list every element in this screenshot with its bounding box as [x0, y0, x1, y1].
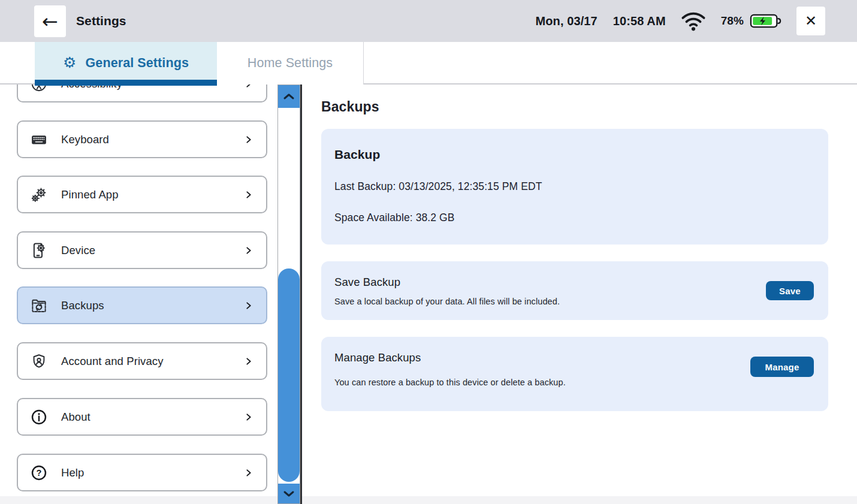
- gears-icon: [30, 186, 48, 204]
- tab-home-settings[interactable]: Home Settings: [217, 42, 364, 84]
- keyboard-icon: [30, 131, 48, 149]
- scroll-up-button[interactable]: [278, 85, 300, 108]
- sidebar-item-device[interactable]: Device: [17, 231, 267, 269]
- sidebar-item-keyboard[interactable]: Keyboard: [17, 120, 267, 158]
- save-backup-description: Save a local backup of your data. All fi…: [334, 297, 814, 306]
- save-backup-card: Save Backup Save a local backup of your …: [321, 261, 828, 320]
- status-cluster: Mon, 03/17 10:58 AM 78%: [536, 0, 825, 42]
- sidebar-item-pinned-app[interactable]: Pinned App: [17, 176, 267, 213]
- backup-info-card: Backup Last Backup: 03/13/2025, 12:35:15…: [321, 129, 828, 245]
- manage-button[interactable]: Manage: [750, 357, 814, 377]
- tab-label: General Settings: [86, 56, 189, 71]
- status-time: 10:58 AM: [613, 14, 666, 28]
- tab-label: Home Settings: [248, 56, 333, 71]
- gear-icon: ⚙: [63, 55, 77, 70]
- question-icon: ?: [30, 464, 48, 482]
- save-button[interactable]: Save: [766, 281, 814, 300]
- settings-sidebar: Accessibility Keyboard: [0, 84, 301, 504]
- chevron-right-icon: [243, 301, 254, 310]
- sidebar-item-label: About: [61, 411, 243, 424]
- sidebar-item-label: Help: [61, 466, 243, 479]
- backup-card-title: Backup: [334, 147, 814, 162]
- battery-icon: [750, 13, 782, 29]
- bottom-edge-strip: [0, 496, 857, 504]
- space-available-text: Space Available: 38.2 GB: [334, 212, 814, 224]
- sidebar-item-label: Keyboard: [61, 133, 243, 146]
- top-bar: ← Settings Mon, 03/17 10:58 AM 78%: [0, 0, 857, 42]
- chevron-right-icon: [243, 135, 254, 144]
- shield-user-icon: [30, 352, 48, 370]
- battery-group: 78%: [721, 13, 782, 29]
- chevron-right-icon: [243, 357, 254, 366]
- info-icon: [30, 408, 48, 426]
- sidebar-item-backups[interactable]: Backups: [17, 286, 267, 324]
- scrollbar-thumb[interactable]: [278, 268, 300, 482]
- sidebar-item-help[interactable]: ? Help: [17, 454, 267, 491]
- device-gear-icon: [30, 242, 48, 259]
- sidebar-item-label: Backups: [61, 299, 243, 312]
- save-backup-title: Save Backup: [334, 276, 814, 289]
- page-title: Settings: [76, 0, 126, 42]
- sidebar-scrollbar[interactable]: [277, 84, 300, 504]
- chevron-right-icon: [243, 468, 254, 478]
- pane-divider: [300, 84, 302, 504]
- backup-sync-icon: [30, 297, 48, 315]
- accessibility-icon: [30, 84, 48, 93]
- last-backup-text: Last Backup: 03/13/2025, 12:35:15 PM EDT: [334, 180, 814, 193]
- scroll-down-button[interactable]: [278, 484, 300, 503]
- chevron-right-icon: [243, 412, 254, 422]
- chevron-up-icon: [282, 92, 296, 101]
- sidebar-item-label: Account and Privacy: [61, 355, 243, 368]
- backups-panel: Backups Backup Last Backup: 03/13/2025, …: [302, 84, 857, 504]
- tab-bar: ⚙ General Settings Home Settings: [0, 42, 857, 84]
- manage-backups-description: You can restore a backup to this device …: [334, 378, 814, 387]
- svg-text:?: ?: [36, 468, 41, 478]
- chevron-down-icon: [282, 489, 296, 499]
- section-heading: Backups: [321, 99, 857, 115]
- back-button[interactable]: ←: [34, 5, 66, 37]
- manage-backups-card: Manage Backups You can restore a backup …: [321, 337, 828, 411]
- sidebar-item-accessibility[interactable]: Accessibility: [17, 84, 267, 102]
- clock-group: Mon, 03/17 10:58 AM: [536, 14, 666, 28]
- close-icon: ✕: [805, 13, 817, 29]
- sidebar-item-label: Pinned App: [61, 188, 243, 201]
- manage-backups-title: Manage Backups: [334, 351, 814, 364]
- active-tab-underline: [35, 80, 217, 86]
- sidebar-item-about[interactable]: About: [17, 398, 267, 436]
- tab-general-settings[interactable]: ⚙ General Settings: [35, 42, 217, 84]
- battery-percent: 78%: [721, 14, 744, 28]
- settings-screen: ← Settings Mon, 03/17 10:58 AM 78%: [0, 0, 857, 504]
- status-date: Mon, 03/17: [536, 14, 598, 28]
- close-button[interactable]: ✕: [796, 7, 825, 35]
- chevron-right-icon: [243, 190, 254, 200]
- wifi-icon: [680, 10, 707, 32]
- back-arrow-icon: ←: [42, 12, 58, 31]
- chevron-right-icon: [243, 84, 254, 89]
- sidebar-item-account-privacy[interactable]: Account and Privacy: [17, 342, 267, 380]
- chevron-right-icon: [243, 246, 254, 255]
- sidebar-item-label: Device: [61, 244, 243, 257]
